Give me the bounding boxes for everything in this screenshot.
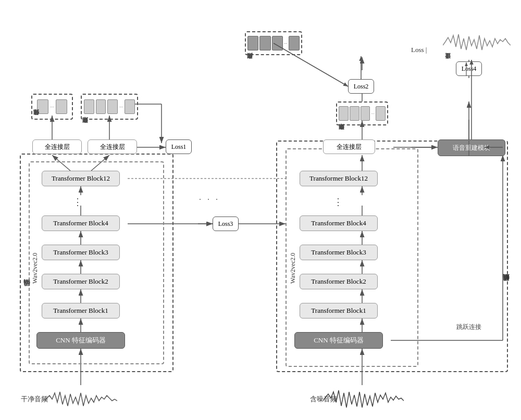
transformer-block1-right: Transformer Block1 — [300, 303, 378, 319]
ctoken-block-4 — [289, 36, 300, 50]
loss3-box: Loss3 — [213, 217, 239, 231]
transformer-block2-right: Transformer Block2 — [300, 274, 378, 289]
loss2-box: Loss2 — [348, 79, 374, 94]
feature-left-label: 量化特征序列 — [32, 86, 40, 120]
waveform-reconstructed — [443, 31, 511, 60]
fc-layer-right: 全连接层 — [323, 139, 375, 154]
predicted-tokens-left-box: ··· — [81, 94, 138, 120]
ctoken-block-2 — [259, 36, 270, 50]
transformer-block12-left: Transformer Block12 — [42, 171, 120, 186]
wav2vec-label-right: Wav2vec2.0 — [289, 190, 297, 284]
decoder-label-right: 解码生成器 — [501, 172, 511, 286]
clean-audio-label: 干净音频 — [21, 394, 48, 404]
encoder-label-left: 编码器 — [22, 187, 31, 291]
rtoken-block-2 — [350, 106, 359, 121]
dots-left: ⋮ — [73, 196, 82, 208]
transformer-block4-right: Transformer Block4 — [300, 215, 378, 231]
fc-layer-left-right: 全连接层 — [88, 139, 137, 154]
diagram-container: CNN 特征编码器 Transformer Block1 Transformer… — [0, 0, 521, 420]
transformer-block3-right: Transformer Block3 — [300, 245, 378, 260]
skip-connection-label: 跳跃连接 — [456, 323, 481, 332]
feat-block-2 — [56, 99, 67, 114]
cnn-encoder-left: CNN 特征编码器 — [36, 332, 125, 349]
fc-layer-left-left: 全连接层 — [32, 139, 82, 154]
noisy-audio-label: 含噪音频 — [310, 394, 337, 404]
transformer-block4-left: Transformer Block4 — [42, 215, 120, 231]
loss4-box: Loss4 — [456, 61, 482, 76]
waveform-clean — [44, 388, 117, 414]
loss-separator-label: Loss | — [411, 46, 427, 54]
token-block-4 — [125, 99, 135, 114]
dots-right: ⋮ — [333, 196, 343, 208]
middle-dots: · · · — [199, 195, 220, 205]
cnn-encoder-right: CNN 特征编码器 — [294, 332, 383, 349]
reconstructed-speech-label: 重建语音 — [444, 22, 452, 63]
predicted-tokens-left-label: 预测令牌序列 — [81, 86, 89, 128]
predicted-tokens-right-label: 预测令牌序列 — [338, 93, 345, 134]
rtoken-block-3 — [361, 106, 370, 121]
transformer-block2-left: Transformer Block2 — [42, 274, 120, 289]
token-block-3 — [107, 99, 118, 114]
compare-tokens-label: 真实令牌序列 — [246, 22, 254, 63]
transformer-block3-left: Transformer Block3 — [42, 245, 120, 260]
speech-rebuild-module: 语音重建模块 — [438, 139, 505, 156]
wav2vec-label-left: Wav2vec2.0 — [31, 190, 39, 284]
token-block-2 — [96, 99, 106, 114]
rtoken-block-4 — [376, 106, 386, 121]
transformer-block1-left: Transformer Block1 — [42, 303, 120, 319]
transformer-block12-right: Transformer Block12 — [300, 171, 378, 186]
loss1-box: Loss1 — [166, 139, 192, 154]
ctoken-block-3 — [272, 36, 283, 50]
